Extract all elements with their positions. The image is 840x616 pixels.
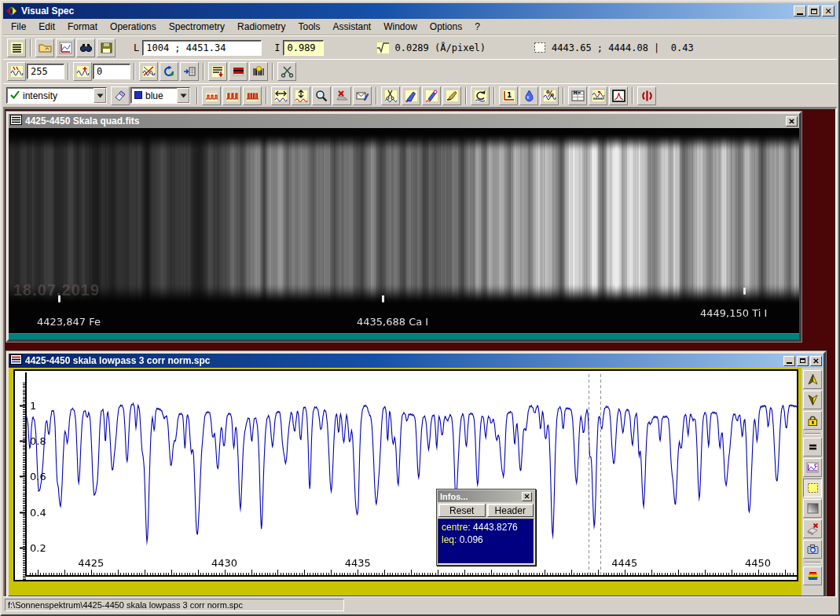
chevron-down-icon[interactable] bbox=[94, 88, 106, 103]
dispersion-icon bbox=[373, 38, 392, 57]
browse-button[interactable] bbox=[76, 38, 95, 57]
close-button[interactable]: ✕ bbox=[822, 6, 834, 16]
infos-header-button[interactable]: Header bbox=[487, 504, 534, 517]
profile-lines-button[interactable] bbox=[243, 86, 262, 105]
intensity-value-field[interactable]: 0.989 bbox=[283, 40, 324, 56]
extract-lines-button[interactable] bbox=[208, 62, 227, 81]
pick-button[interactable] bbox=[422, 86, 441, 105]
infos-popup: Infos... ✕ Reset Header centre: 4443.82 bbox=[436, 489, 536, 566]
infos-reset-button[interactable]: Reset bbox=[438, 504, 486, 517]
maximize-button[interactable] bbox=[808, 6, 820, 16]
header-button[interactable]: H= bbox=[568, 86, 587, 105]
save-icon bbox=[100, 42, 113, 54]
colorize-button[interactable] bbox=[803, 566, 822, 585]
pen-icon bbox=[405, 90, 418, 102]
draw-button[interactable] bbox=[402, 86, 420, 105]
display-mode-select[interactable]: intensity bbox=[6, 87, 107, 104]
rotate-button[interactable] bbox=[160, 62, 178, 81]
strip-spectrum-canvas[interactable] bbox=[9, 128, 799, 333]
menu-radiometry[interactable]: Radiometry bbox=[231, 20, 292, 34]
export-button[interactable] bbox=[353, 86, 372, 105]
percent-icon: % bbox=[543, 90, 556, 102]
menu-options[interactable]: Options bbox=[424, 20, 468, 34]
main-titlebar[interactable]: Visual Spec ✕ bbox=[3, 3, 837, 19]
line-label: 4423,847 Fe bbox=[37, 316, 101, 328]
lock-button[interactable] bbox=[803, 411, 822, 430]
barcode-icon bbox=[252, 65, 266, 78]
replot-button[interactable]: c bbox=[803, 458, 822, 477]
menu-file[interactable]: File bbox=[5, 20, 32, 34]
offset-button[interactable] bbox=[73, 62, 92, 81]
threshold-button[interactable] bbox=[7, 62, 26, 81]
rotate-icon bbox=[163, 65, 176, 78]
statusbar: f:\Sonnenspektrum\4425-4450 skala lowpas… bbox=[3, 596, 837, 613]
svg-text:c: c bbox=[814, 462, 817, 468]
dispersion-icon bbox=[376, 42, 390, 54]
infos-close-button[interactable]: ✕ bbox=[522, 492, 532, 501]
menu-operations[interactable]: Operations bbox=[104, 20, 163, 34]
menu-spectrometry[interactable]: Spectrometry bbox=[163, 20, 231, 34]
profile-maximize-button[interactable] bbox=[797, 356, 809, 366]
background-button[interactable] bbox=[803, 499, 822, 518]
water-button[interactable] bbox=[519, 86, 538, 105]
transpose-button[interactable] bbox=[180, 62, 199, 81]
scroll-up-button[interactable] bbox=[803, 370, 822, 389]
profile1-icon bbox=[205, 90, 218, 102]
ratio-button[interactable]: % bbox=[540, 86, 559, 105]
menu-window[interactable]: Window bbox=[377, 20, 424, 34]
delete-profile-button[interactable] bbox=[332, 86, 351, 105]
reference-strip-button[interactable] bbox=[229, 62, 248, 81]
smooth-button[interactable] bbox=[442, 86, 461, 105]
fit-height-button[interactable] bbox=[292, 86, 310, 105]
equal-scale-button[interactable] bbox=[803, 438, 822, 456]
profile-full-button[interactable] bbox=[202, 86, 221, 105]
menu-edit[interactable]: Edit bbox=[32, 20, 61, 34]
undo-button[interactable] bbox=[471, 86, 490, 105]
strip-window-titlebar[interactable]: 4425-4450 Skala quad.fits ✕ bbox=[9, 114, 799, 128]
strip-display-button[interactable] bbox=[7, 38, 26, 57]
strip-window-close-button[interactable]: ✕ bbox=[786, 116, 798, 126]
profile-zones-button[interactable] bbox=[222, 86, 241, 105]
snapshot-button[interactable] bbox=[803, 540, 822, 559]
crop-button[interactable] bbox=[277, 62, 296, 81]
reject-curve-button[interactable] bbox=[139, 62, 158, 81]
threshold-field[interactable]: 255 bbox=[27, 64, 64, 79]
profile-plot-canvas[interactable] bbox=[15, 371, 797, 580]
save-button[interactable] bbox=[97, 38, 116, 57]
profile-plot[interactable]: Infos... ✕ Reset Header centre: 4443.82 bbox=[13, 369, 798, 581]
normalize-button[interactable]: 1 bbox=[499, 86, 518, 105]
profile-close-button[interactable]: ✕ bbox=[810, 356, 822, 366]
menu-assistant[interactable]: Assistant bbox=[326, 20, 377, 34]
infos-centre-line: centre: 4443.8276 bbox=[442, 522, 530, 534]
menu-tools[interactable]: Tools bbox=[292, 20, 326, 34]
cut-profile-button[interactable] bbox=[381, 86, 400, 105]
scroll-down-button[interactable] bbox=[803, 390, 822, 409]
infos-titlebar[interactable]: Infos... ✕ bbox=[438, 490, 534, 502]
selection-readout: 4443.65 ; 4444.08 | 0.43 bbox=[552, 42, 694, 53]
chevron-down-icon[interactable] bbox=[177, 88, 189, 103]
profile-minimize-button[interactable] bbox=[783, 356, 795, 366]
menu-format[interactable]: Format bbox=[61, 20, 104, 34]
cursor-position-field[interactable]: 1004 ; 4451.34 bbox=[142, 40, 262, 56]
menu-[interactable]: ? bbox=[468, 20, 486, 34]
line-label: 4435,688 Ca I bbox=[357, 316, 428, 328]
erase-zone-button[interactable] bbox=[803, 519, 822, 538]
strip-image[interactable]: 18.07.2019 4423,847 Fe4435,688 Ca I4449,… bbox=[9, 128, 799, 339]
minimize-button[interactable] bbox=[794, 6, 806, 16]
display-profile-button[interactable] bbox=[56, 38, 75, 57]
zoom-button[interactable] bbox=[312, 86, 331, 105]
calib-icon bbox=[592, 90, 605, 102]
mdi-workspace: 4425-4450 Skala quad.fits ✕ 18.07.2019 4… bbox=[3, 108, 837, 600]
fit-width-button[interactable] bbox=[271, 86, 290, 105]
phase-button[interactable] bbox=[637, 86, 656, 105]
erase-mode-button[interactable] bbox=[111, 86, 130, 105]
select-zone-button[interactable] bbox=[803, 478, 822, 497]
visual-spec-window: Visual Spec ✕ FileEditFormatOperationsSp… bbox=[0, 0, 840, 616]
open-button[interactable] bbox=[35, 38, 54, 57]
profile-window-titlebar[interactable]: 4425-4450 skala lowpass 3 corr norm.spc … bbox=[9, 354, 823, 368]
pen-color-select[interactable]: blue bbox=[130, 87, 190, 104]
gaussian-fit-button[interactable] bbox=[609, 86, 628, 105]
calibration-button[interactable] bbox=[589, 86, 607, 105]
barcode-button[interactable] bbox=[249, 62, 268, 81]
offset-field[interactable]: 0 bbox=[93, 64, 130, 79]
